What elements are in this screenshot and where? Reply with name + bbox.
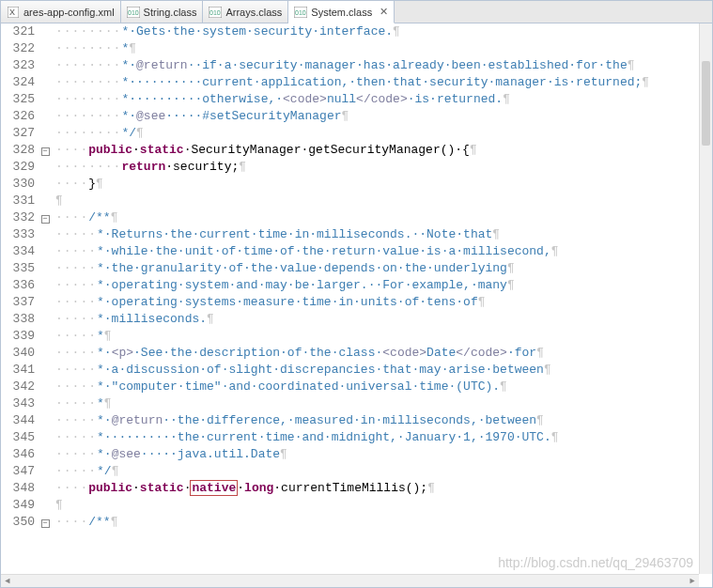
code-content[interactable]: ····/**¶ [52, 514, 117, 531]
code-line[interactable]: 327········*/¶ [1, 125, 699, 142]
line-end-marker: ¶ [551, 244, 559, 258]
javadoc-tag: @return [112, 413, 163, 427]
code-editor[interactable]: 321········*·Gets·the·system·security·in… [1, 23, 699, 574]
code-line[interactable]: 333·····*·Returns·the·current·time·in·mi… [1, 226, 699, 243]
code-content[interactable]: ·····*·@return··the·difference,·measured… [52, 412, 544, 429]
line-end-marker: ¶ [551, 430, 559, 444]
code-content[interactable]: ········*/¶ [52, 125, 144, 142]
scroll-right-arrow[interactable]: ► [686, 575, 699, 587]
editor-tab-1[interactable]: 010String.class [121, 1, 204, 23]
code-line[interactable]: 331¶ [1, 193, 699, 209]
whitespace: ····· [55, 329, 97, 343]
line-end-marker: ¶ [55, 498, 63, 512]
fold-gutter [39, 57, 52, 74]
fold-gutter [39, 328, 52, 345]
code-line[interactable]: 335·····*·the·granularity·of·the·value·d… [1, 260, 699, 277]
line-number: 327 [1, 125, 39, 142]
code-content[interactable]: ········*¶ [52, 40, 136, 57]
code-content[interactable]: ·····*·operating·system·and·may·be·large… [52, 277, 515, 294]
code-line[interactable]: 321········*·Gets·the·system·security·in… [1, 23, 699, 40]
code-line[interactable]: 348····public·static·native·long·current… [1, 480, 699, 497]
code-content[interactable]: ·····*¶ [52, 395, 112, 412]
code-content[interactable]: ····}¶ [52, 176, 103, 193]
code-line[interactable]: 341·····*·a·discussion·of·slight·discrep… [1, 362, 699, 379]
code-content[interactable]: ········return·security;¶ [52, 159, 246, 176]
code-content[interactable]: ·····*·the·granularity·of·the·value·depe… [52, 260, 515, 277]
code-content[interactable]: ····public·static·native·long·currentTim… [52, 480, 435, 497]
fold-minus-icon[interactable]: − [41, 147, 50, 156]
code-line[interactable]: 324········*··········current·applicatio… [1, 74, 699, 91]
code-line[interactable]: 337·····*·operating·systems·measure·time… [1, 294, 699, 311]
code-content[interactable]: ·····*¶ [52, 328, 112, 345]
code-content[interactable]: ·····*·@see·····java.util.Date¶ [52, 446, 287, 463]
code-content[interactable]: ·····*·Returns·the·current·time·in·milli… [52, 226, 500, 243]
code-content[interactable]: ·····*/¶ [52, 463, 118, 480]
editor-tab-2[interactable]: 010Arrays.class [203, 1, 288, 23]
code-content[interactable]: ·····*·operating·systems·measure·time·in… [52, 294, 486, 311]
code-content[interactable]: ·····*·milliseconds.¶ [52, 311, 214, 328]
code-line[interactable]: 339·····*¶ [1, 328, 699, 345]
horizontal-scrollbar[interactable]: ◄ ► [1, 574, 699, 587]
code-content[interactable]: ········*·Gets·the·system·security·inter… [52, 23, 400, 40]
code-line[interactable]: 349¶ [1, 497, 699, 514]
code-line[interactable]: 350−····/**¶ [1, 514, 699, 531]
fold-minus-icon[interactable]: − [41, 519, 50, 528]
code-line[interactable]: 332−····/**¶ [1, 209, 699, 226]
code-content[interactable]: ¶ [52, 193, 63, 209]
fold-gutter [39, 23, 52, 40]
line-end-marker: ¶ [129, 41, 136, 55]
fold-gutter [39, 108, 52, 125]
code-content[interactable]: ·····*·a·discussion·of·slight·discrepanc… [52, 362, 551, 379]
whitespace: ········ [55, 24, 121, 39]
code-content[interactable]: ········*·@see·····#setSecurityManager¶ [52, 108, 349, 125]
comment: */ [121, 126, 136, 140]
code-content[interactable]: ·····*·<p>·See·the·description·of·the·cl… [52, 345, 544, 362]
code-content[interactable]: ····public·static·SecurityManager·getSec… [52, 142, 477, 159]
comment: * [97, 329, 104, 343]
code-line[interactable]: 334·····*·while·the·unit·of·time·of·the·… [1, 243, 699, 260]
vertical-scroll-thumb[interactable] [702, 61, 710, 146]
code-line[interactable]: 344·····*·@return··the·difference,·measu… [1, 412, 699, 429]
code-line[interactable]: 342·····*·"computer·time"·and·coordinate… [1, 379, 699, 395]
code-token: ·SecurityManager·getSecurityManager()·{ [184, 143, 470, 157]
code-line[interactable]: 325········*··········otherwise,·<code>n… [1, 91, 699, 108]
fold-gutter[interactable]: − [39, 514, 52, 531]
close-icon[interactable]: ✕ [380, 6, 388, 18]
comment: * [97, 396, 104, 410]
code-line[interactable]: 322········*¶ [1, 40, 699, 57]
line-end-marker: ¶ [393, 24, 400, 39]
scroll-left-arrow[interactable]: ◄ [1, 575, 14, 587]
code-content[interactable]: ·····*·while·the·unit·of·time·of·the·ret… [52, 243, 559, 260]
editor-tab-0[interactable]: Xares-app-config.xml [1, 1, 121, 23]
code-content[interactable]: ········*··········otherwise,·<code>null… [52, 91, 510, 108]
line-end-marker: ¶ [628, 58, 635, 72]
fold-gutter[interactable]: − [39, 209, 52, 226]
code-line[interactable]: 346·····*·@see·····java.util.Date¶ [1, 446, 699, 463]
code-content[interactable]: ········*·@return··if·a·security·manager… [52, 57, 635, 74]
fold-gutter[interactable]: − [39, 142, 52, 159]
code-line[interactable]: 343·····*¶ [1, 395, 699, 412]
code-line[interactable]: 345·····*··········the·current·time·and·… [1, 429, 699, 446]
editor-tab-3[interactable]: 010System.class✕ [288, 1, 395, 23]
svg-text:010: 010 [295, 9, 306, 16]
code-line[interactable]: 338·····*·milliseconds.¶ [1, 311, 699, 328]
line-number: 325 [1, 91, 39, 108]
code-content[interactable]: ········*··········current·application,·… [52, 74, 649, 91]
code-line[interactable]: 329········return·security;¶ [1, 159, 699, 176]
code-line[interactable]: 340·····*·<p>·See·the·description·of·the… [1, 345, 699, 362]
code-line[interactable]: 336·····*·operating·system·and·may·be·la… [1, 277, 699, 294]
code-line[interactable]: 330····}¶ [1, 176, 699, 193]
code-content[interactable]: ·····*·"computer·time"·and·coordinated·u… [52, 379, 507, 395]
code-content[interactable]: ····/**¶ [52, 209, 117, 226]
code-content[interactable]: ·····*··········the·current·time·and·mid… [52, 429, 559, 446]
keyword: static [140, 143, 184, 157]
code-line[interactable]: 347·····*/¶ [1, 463, 699, 480]
line-end-marker: ¶ [111, 515, 118, 529]
code-line[interactable]: 323········*·@return··if·a·security·mana… [1, 57, 699, 74]
vertical-scrollbar[interactable] [699, 23, 712, 574]
fold-minus-icon[interactable]: − [41, 215, 50, 224]
code-line[interactable]: 328−····public·static·SecurityManager·ge… [1, 142, 699, 159]
line-number: 346 [1, 446, 39, 463]
code-content[interactable]: ¶ [52, 497, 63, 514]
code-line[interactable]: 326········*·@see·····#setSecurityManage… [1, 108, 699, 125]
